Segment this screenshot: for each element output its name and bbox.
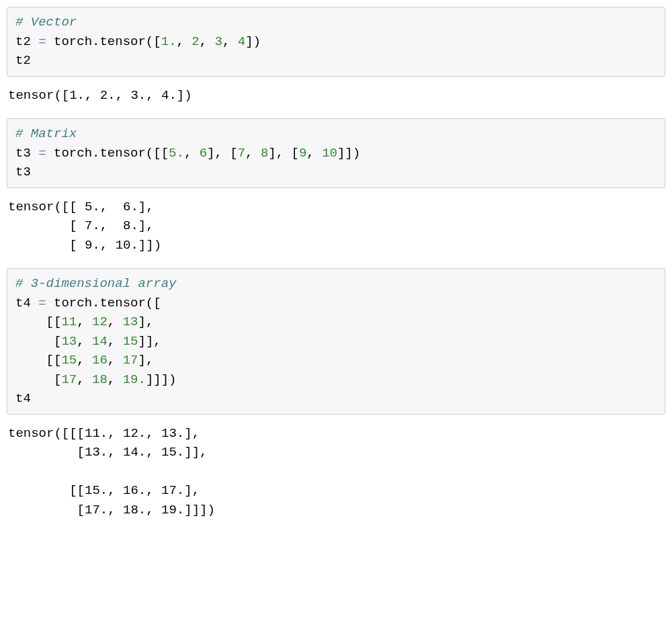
code-token-plain: ,	[176, 34, 192, 49]
code-token-comment: # Vector	[15, 15, 77, 30]
code-token-plain: ], [	[268, 146, 299, 161]
code-token-number: 19.	[123, 372, 146, 387]
code-output-cell: tensor([[ 5., 6.], [ 7., 8.], [ 9., 10.]…	[7, 195, 665, 269]
code-token-plain: ,	[108, 334, 123, 349]
code-output-cell: tensor([1., 2., 3., 4.])	[7, 83, 665, 119]
code-token-number: 2	[192, 34, 199, 49]
code-token-operator: =	[38, 34, 46, 49]
code-token-number: 17	[61, 372, 77, 387]
code-token-number: 14	[92, 334, 108, 349]
code-token-plain: ,	[77, 353, 92, 368]
code-token-operator: =	[38, 146, 46, 161]
code-token-number: 7	[238, 146, 245, 161]
code-token-number: 1.	[161, 34, 177, 49]
code-input-cell: # Matrix t3 = torch.tensor([[5., 6], [7,…	[7, 118, 665, 188]
code-token-number: 18	[92, 372, 108, 387]
code-token-number: 9	[299, 146, 306, 161]
code-token-comment: # Matrix	[15, 126, 77, 141]
code-token-plain: ,	[108, 372, 123, 387]
code-token-number: 6	[200, 146, 207, 161]
code-output-cell: tensor([[[11., 12., 13.], [13., 14., 15.…	[7, 421, 665, 534]
code-token-number: 10	[322, 146, 337, 161]
code-token-plain: t2	[15, 34, 38, 49]
code-token-plain: ,	[108, 314, 123, 329]
code-token-plain: ,	[200, 34, 215, 49]
code-token-plain: t4	[15, 296, 38, 310]
code-token-plain: ,	[108, 353, 123, 368]
code-token-number: 11	[61, 314, 77, 329]
code-token-plain: ], [	[207, 146, 238, 161]
code-token-number: 8	[261, 146, 268, 161]
code-token-number: 17	[123, 353, 138, 368]
code-input-cell: # 3-dimensional array t4 = torch.tensor(…	[7, 268, 665, 415]
code-token-plain: ,	[245, 146, 261, 161]
code-token-plain: ,	[77, 372, 92, 387]
code-token-number: 15	[61, 353, 77, 368]
code-token-plain: torch.tensor([	[46, 34, 161, 49]
code-token-number: 4	[238, 34, 245, 49]
code-token-number: 16	[92, 353, 108, 368]
code-token-plain: t3	[15, 146, 38, 161]
code-token-number: 12	[92, 314, 108, 329]
code-token-number: 3	[215, 34, 222, 49]
code-token-operator: =	[38, 296, 46, 310]
code-token-number: 5.	[169, 146, 184, 161]
code-token-plain: ,	[306, 146, 322, 161]
code-token-plain: ,	[184, 146, 200, 161]
code-input-cell: # Vector t2 = torch.tensor([1., 2, 3, 4]…	[7, 7, 665, 77]
code-token-plain: ,	[222, 34, 238, 49]
code-token-plain: torch.tensor([[	[46, 146, 169, 161]
code-token-number: 13	[61, 334, 77, 349]
code-token-number: 15	[123, 334, 138, 349]
code-token-comment: # 3-dimensional array	[15, 276, 176, 291]
code-token-plain: ,	[77, 334, 92, 349]
code-token-plain: ,	[77, 314, 92, 329]
code-token-number: 13	[123, 314, 138, 329]
